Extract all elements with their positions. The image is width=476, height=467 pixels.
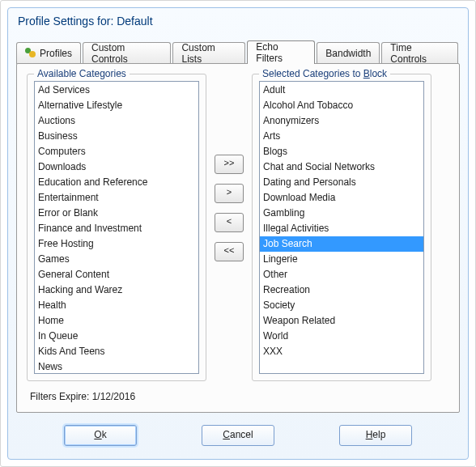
list-item[interactable]: Blogs xyxy=(260,144,423,159)
selected-categories-legend: Selected Categories to Block xyxy=(259,68,390,79)
list-item[interactable]: Job Search xyxy=(260,236,423,252)
list-item[interactable]: Arts xyxy=(260,129,423,144)
tab-label: Time Controls xyxy=(390,42,449,65)
tab-label: Custom Lists xyxy=(181,42,236,65)
selected-categories-group: Selected Categories to Block AdultAlcoho… xyxy=(252,74,431,381)
list-item[interactable]: Download Media xyxy=(260,190,423,206)
tab-custom-lists[interactable]: Custom Lists xyxy=(172,42,245,64)
list-item[interactable]: General Content xyxy=(35,267,198,282)
tab-echo-filters[interactable]: Echo Filters xyxy=(247,40,315,64)
list-item[interactable]: Computers xyxy=(35,144,198,159)
available-categories-listbox[interactable]: Ad ServicesAlternative LifestyleAuctions… xyxy=(34,81,199,374)
list-item[interactable]: Error or Blank xyxy=(35,206,198,221)
list-item[interactable]: In Queue xyxy=(35,329,198,344)
tab-label: Echo Filters xyxy=(256,41,306,64)
list-item[interactable]: XXX xyxy=(260,344,423,359)
help-button[interactable]: Help xyxy=(339,425,412,446)
tab-label: Custom Controls xyxy=(91,42,162,65)
profile-settings-dialog: Profile Settings for: Default ProfilesCu… xyxy=(7,7,469,460)
list-item[interactable]: Health xyxy=(35,298,198,313)
selected-categories-listbox[interactable]: AdultAlcohol And TobaccoAnonymizersArtsB… xyxy=(259,81,424,374)
list-item[interactable]: Education and Reference xyxy=(35,175,198,190)
move-buttons: >> > < << xyxy=(215,155,244,261)
list-item[interactable]: Alcohol And Tobacco xyxy=(260,98,423,113)
list-item[interactable]: Home xyxy=(35,313,198,329)
list-item[interactable]: Weapon Related xyxy=(260,313,423,329)
list-item[interactable]: Illegal Activities xyxy=(260,221,423,236)
list-item[interactable]: Chat and Social Networks xyxy=(260,159,423,175)
list-item[interactable]: Auctions xyxy=(35,113,198,129)
tab-bar: ProfilesCustom ControlsCustom ListsEcho … xyxy=(8,32,468,64)
list-item[interactable]: Anonymizers xyxy=(260,113,423,129)
list-item[interactable]: Lingerie xyxy=(260,252,423,267)
list-item[interactable]: Dating and Personals xyxy=(260,175,423,190)
tab-profiles[interactable]: Profiles xyxy=(16,42,81,64)
list-item[interactable]: Recreation xyxy=(260,282,423,298)
list-item[interactable]: Downloads xyxy=(35,159,198,175)
profiles-icon xyxy=(25,48,36,59)
list-item[interactable]: Other xyxy=(260,267,423,282)
list-item[interactable]: Gambling xyxy=(260,206,423,221)
list-item[interactable]: Finance and Investment xyxy=(35,221,198,236)
available-categories-legend: Available Categories xyxy=(34,68,130,79)
list-item[interactable]: Entertainment xyxy=(35,190,198,206)
echo-filters-panel: Available Categories Ad ServicesAlternat… xyxy=(16,63,460,413)
tab-bandwidth[interactable]: Bandwidth xyxy=(317,42,380,64)
list-item[interactable]: News xyxy=(35,359,198,374)
move-right-button[interactable]: > xyxy=(215,184,244,203)
list-item[interactable]: Free Hosting xyxy=(35,236,198,252)
available-categories-group: Available Categories Ad ServicesAlternat… xyxy=(27,74,206,381)
tab-label: Profiles xyxy=(40,48,72,59)
dialog-title: Profile Settings for: Default xyxy=(8,8,468,32)
move-all-right-button[interactable]: >> xyxy=(215,155,244,174)
cancel-button[interactable]: Cancel xyxy=(202,425,274,446)
list-item[interactable]: Business xyxy=(35,129,198,144)
ok-button[interactable]: Ok xyxy=(64,425,137,446)
list-item[interactable]: Adult xyxy=(260,83,423,98)
list-item[interactable]: Ad Services xyxy=(35,83,198,98)
list-item[interactable]: Kids And Teens xyxy=(35,344,198,359)
tab-custom-controls[interactable]: Custom Controls xyxy=(83,42,171,64)
list-item[interactable]: Games xyxy=(35,252,198,267)
list-item[interactable]: World xyxy=(260,329,423,344)
dialog-button-bar: Ok Cancel Help xyxy=(8,414,468,459)
filters-expire-label: Filters Expire: 1/12/2016 xyxy=(27,383,449,405)
list-item[interactable]: Alternative Lifestyle xyxy=(35,98,198,113)
tab-time-controls[interactable]: Time Controls xyxy=(381,42,458,64)
list-item[interactable]: Society xyxy=(260,298,423,313)
move-all-left-button[interactable]: << xyxy=(215,242,244,261)
tab-label: Bandwidth xyxy=(325,48,371,59)
list-item[interactable]: Hacking and Warez xyxy=(35,282,198,298)
move-left-button[interactable]: < xyxy=(215,213,244,232)
